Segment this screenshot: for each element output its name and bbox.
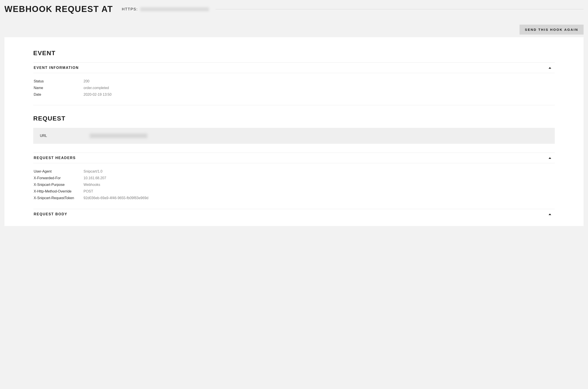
event-section-title: EVENT — [33, 50, 555, 57]
header-key: X-Snipcart-Purpose — [34, 183, 84, 187]
header-key: X-Forwarded-For — [34, 176, 84, 180]
url-redacted — [140, 7, 209, 11]
request-headers-label: REQUEST HEADERS — [34, 156, 76, 160]
event-key: Date — [34, 93, 84, 97]
details-card: EVENT EVENT INFORMATION Status 200 Name … — [4, 37, 584, 226]
event-key: Name — [34, 86, 84, 90]
caret-up-icon — [549, 214, 551, 215]
event-info-toggle[interactable]: EVENT INFORMATION — [33, 63, 555, 73]
event-value: order.completed — [84, 86, 109, 90]
event-info-label: EVENT INFORMATION — [34, 66, 79, 70]
header-value: Webhooks — [84, 183, 100, 187]
request-body-label: REQUEST BODY — [34, 212, 67, 216]
header-row: X-Snipcart-Purpose Webhooks — [34, 183, 554, 187]
header-row: X-Http-Method-Override POST — [34, 189, 554, 194]
request-body-toggle[interactable]: REQUEST BODY — [33, 209, 555, 219]
request-url-box: URL — [33, 128, 555, 144]
request-url-label: URL — [40, 134, 90, 138]
page-title: WEBHOOK REQUEST AT — [4, 4, 113, 14]
header-key: X-Snipcart-RequestToken — [34, 196, 84, 200]
request-headers-block: User-Agent Snipcart/1.0 X-Forwarded-For … — [33, 163, 555, 205]
event-row: Date 2020-02-19 13:50 — [34, 93, 554, 97]
header-value: POST — [84, 189, 93, 194]
event-info-block: Status 200 Name order.completed Date 202… — [33, 73, 555, 101]
event-value: 200 — [84, 79, 90, 83]
header-key: X-Http-Method-Override — [34, 189, 84, 194]
header-row: X-Snipcart-RequestToken 92d036eb-69a9-4f… — [34, 196, 554, 200]
header-value: 10.161.68.207 — [84, 176, 106, 180]
request-section-title: REQUEST — [33, 115, 555, 122]
resend-hook-button[interactable]: SEND THIS HOOK AGAIN — [520, 25, 584, 34]
event-row: Status 200 — [34, 79, 554, 83]
divider — [33, 105, 555, 105]
event-value: 2020-02-19 13:50 — [84, 93, 111, 97]
header-value: Snipcart/1.0 — [84, 169, 102, 173]
header-row: User-Agent Snipcart/1.0 — [34, 169, 554, 173]
header-divider — [216, 9, 584, 9]
url-prefix: HTTPS: — [122, 7, 138, 11]
caret-up-icon — [549, 157, 551, 159]
request-headers-toggle[interactable]: REQUEST HEADERS — [33, 153, 555, 163]
request-url-redacted — [90, 133, 147, 138]
header-row: X-Forwarded-For 10.161.68.207 — [34, 176, 554, 180]
header-key: User-Agent — [34, 169, 84, 173]
caret-up-icon — [549, 67, 551, 69]
webhook-url-container: HTTPS: — [122, 7, 209, 11]
event-key: Status — [34, 79, 84, 83]
event-row: Name order.completed — [34, 86, 554, 90]
header-value: 92d036eb-69a9-4f46-9655-fb09f83e969d — [84, 196, 148, 200]
